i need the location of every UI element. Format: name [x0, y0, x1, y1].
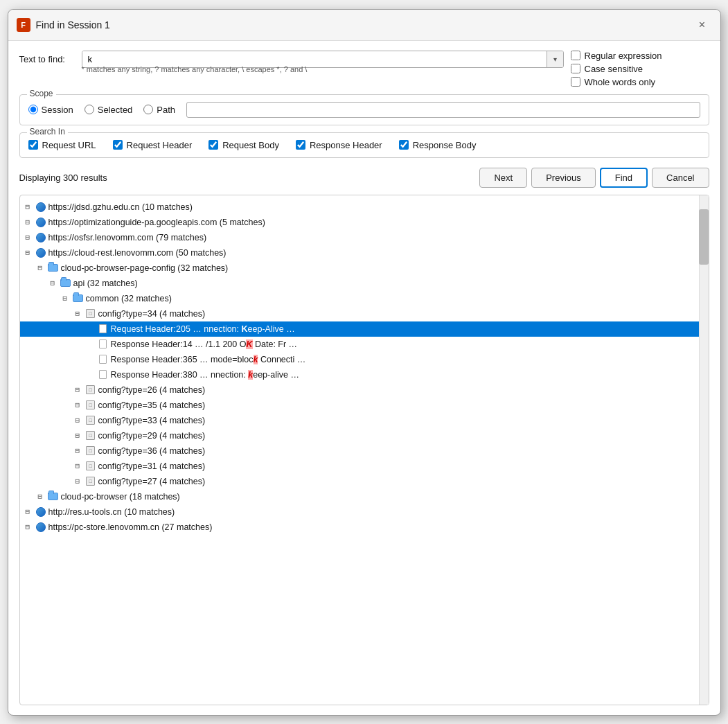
case-sensitive-checkbox[interactable] — [571, 64, 580, 73]
scope-selected-radio[interactable] — [85, 105, 94, 114]
tree-item[interactable]: Response Header:365 … mode=block Connect… — [20, 352, 709, 367]
tree-item-icon — [35, 202, 46, 213]
tree-expand-icon[interactable]: ⊟ — [76, 399, 82, 412]
tree-item-label: Request Header:205 … nnection: Keep-Aliv… — [111, 322, 704, 336]
tree-expand-icon[interactable]: ⊟ — [76, 445, 82, 457]
tree-expand-icon[interactable]: ⊟ — [76, 475, 82, 488]
tree-expand-icon[interactable]: ⊟ — [38, 491, 45, 503]
tree-expand-icon[interactable]: ⊟ — [26, 247, 33, 259]
find-button[interactable]: Find — [600, 168, 648, 188]
search-response-body-label: Response Body — [413, 140, 477, 150]
tree-item[interactable]: ⊟common (32 matches) — [20, 291, 709, 306]
action-buttons: Next Previous Find Cancel — [479, 168, 709, 188]
search-response-header-checkbox[interactable] — [296, 140, 305, 150]
tree-expand-icon[interactable]: ⊟ — [76, 460, 82, 473]
scope-selected-option[interactable]: Selected — [85, 105, 133, 115]
search-in-legend: Search In — [27, 127, 68, 136]
tree-item[interactable]: ⊟https://pc-store.lenovomm.cn (27 matche… — [20, 520, 709, 535]
tree-expand-icon[interactable]: ⊟ — [26, 216, 33, 229]
tree-item-label: Response Header:14 … /1.1 200 OK Date: F… — [111, 337, 704, 351]
search-response-body-checkbox[interactable] — [399, 140, 409, 150]
scrollbar-thumb[interactable] — [699, 209, 709, 265]
title-bar-left: F Find in Session 1 — [17, 18, 110, 32]
tree-item-icon — [48, 263, 59, 274]
case-sensitive-option[interactable]: Case sensitive — [571, 64, 709, 74]
tree-expand-icon[interactable]: ⊟ — [76, 414, 82, 427]
tree-expand-icon[interactable]: ⊟ — [63, 292, 70, 305]
tree-item[interactable]: ⊟□config?type=29 (4 matches) — [20, 428, 709, 443]
tree-item[interactable]: ⊟□config?type=34 (4 matches) — [20, 306, 709, 321]
tree-item[interactable]: ⊟□config?type=27 (4 matches) — [20, 474, 709, 489]
tree-item[interactable]: ⊟□config?type=35 (4 matches) — [20, 398, 709, 413]
tree-item-icon — [98, 339, 109, 350]
tree-item[interactable]: Request Header:205 … nnection: Keep-Aliv… — [20, 321, 709, 337]
cancel-button[interactable]: Cancel — [652, 168, 709, 188]
tree-expand-icon[interactable]: ⊟ — [76, 384, 82, 396]
scope-path-input[interactable] — [186, 102, 700, 118]
scope-session-radio[interactable] — [28, 105, 38, 114]
scope-path-option[interactable]: Path — [143, 105, 175, 115]
tree-item[interactable]: ⊟https://cloud-rest.lenovomm.com (50 mat… — [20, 245, 709, 261]
regular-expression-checkbox[interactable] — [571, 51, 580, 60]
tree-item-label: config?type=34 (4 matches) — [98, 307, 704, 321]
search-request-header-label: Request Header — [127, 140, 193, 150]
search-request-url-checkbox[interactable] — [28, 140, 38, 150]
whole-words-checkbox[interactable] — [571, 77, 580, 87]
tree-item-icon: □ — [85, 430, 96, 441]
find-dropdown-button[interactable]: ▾ — [547, 51, 563, 67]
tree-expand-icon[interactable]: ⊟ — [26, 521, 33, 533]
search-request-header-checkbox[interactable] — [113, 140, 123, 150]
tree-item[interactable]: ⊟□config?type=33 (4 matches) — [20, 413, 709, 428]
regular-expression-option[interactable]: Regular expression — [571, 51, 709, 61]
tree-expand-icon[interactable]: ⊟ — [76, 430, 82, 442]
tree-item-icon — [48, 491, 59, 502]
results-count: Displaying 300 results — [19, 173, 107, 183]
tree-item-label: http://res.u-tools.cn (10 matches) — [48, 505, 704, 519]
previous-button[interactable]: Previous — [531, 168, 596, 188]
tree-item[interactable]: ⊟https://osfsr.lenovomm.com (79 matches) — [20, 230, 709, 245]
search-request-body-checkbox[interactable] — [208, 140, 218, 150]
app-icon: F — [17, 18, 30, 32]
tree-item[interactable]: ⊟https://jdsd.gzhu.edu.cn (10 matches) — [20, 200, 709, 215]
tree-item-icon — [35, 232, 46, 243]
tree-item[interactable]: ⊟http://res.u-tools.cn (10 matches) — [20, 504, 709, 520]
results-tree[interactable]: ⊟https://jdsd.gzhu.edu.cn (10 matches)⊟h… — [19, 195, 709, 705]
tree-item-icon — [98, 369, 109, 380]
search-response-body-option[interactable]: Response Body — [399, 140, 477, 150]
tree-item[interactable]: ⊟□config?type=31 (4 matches) — [20, 459, 709, 474]
tree-expand-icon[interactable]: ⊟ — [26, 506, 33, 518]
scope-session-label: Session — [42, 105, 73, 115]
tree-item[interactable]: ⊟api (32 matches) — [20, 276, 709, 291]
tree-item-icon — [60, 278, 71, 289]
tree-item[interactable]: Response Header:14 … /1.1 200 OK Date: F… — [20, 337, 709, 352]
tree-expand-icon[interactable]: ⊟ — [26, 231, 33, 244]
scope-path-radio[interactable] — [143, 105, 153, 114]
next-button[interactable]: Next — [479, 168, 527, 188]
tree-item[interactable]: ⊟cloud-pc-browser (18 matches) — [20, 489, 709, 504]
tree-item-label: https://jdsd.gzhu.edu.cn (10 matches) — [48, 200, 704, 214]
tree-item-icon — [35, 247, 46, 258]
tree-item-label: Response Header:365 … mode=block Connect… — [111, 353, 704, 367]
search-request-body-option[interactable]: Request Body — [208, 140, 279, 150]
search-response-header-option[interactable]: Response Header — [296, 140, 382, 150]
search-request-header-option[interactable]: Request Header — [113, 140, 193, 150]
tree-item[interactable]: ⊟cloud-pc-browser-page-config (32 matche… — [20, 261, 709, 276]
search-request-url-option[interactable]: Request URL — [28, 140, 96, 150]
tree-expand-icon[interactable]: ⊟ — [26, 201, 33, 213]
scope-path-label: Path — [157, 105, 175, 115]
tree-item[interactable]: ⊟https://optimizationguide-pa.googleapis… — [20, 215, 709, 230]
scope-session-option[interactable]: Session — [28, 105, 73, 115]
scope-row: Session Selected Path — [28, 102, 700, 118]
case-sensitive-label: Case sensitive — [585, 64, 643, 74]
tree-expand-icon[interactable]: ⊟ — [51, 277, 57, 290]
tree-item[interactable]: ⊟□config?type=26 (4 matches) — [20, 382, 709, 398]
search-request-body-label: Request Body — [222, 140, 279, 150]
tree-item[interactable]: Response Header:380 … nnection: keep-ali… — [20, 367, 709, 382]
tree-expand-icon[interactable]: ⊟ — [76, 308, 82, 320]
tree-expand-icon[interactable]: ⊟ — [38, 262, 45, 274]
tree-item[interactable]: ⊟□config?type=36 (4 matches) — [20, 443, 709, 459]
tree-item-label: config?type=27 (4 matches) — [98, 475, 704, 488]
text-find-label: Text to find: — [19, 54, 75, 64]
close-button[interactable]: × — [693, 15, 712, 35]
whole-words-option[interactable]: Whole words only — [571, 77, 709, 87]
